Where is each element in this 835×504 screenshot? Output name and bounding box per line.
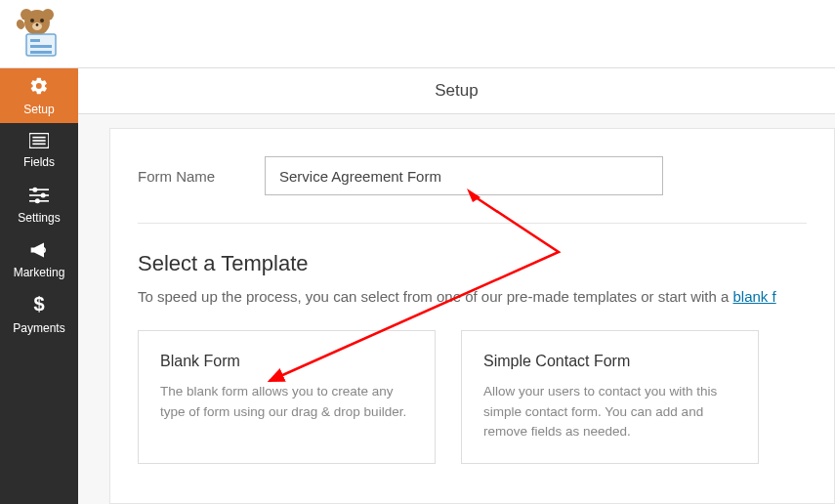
svg-point-3 [30, 19, 34, 22]
list-icon [29, 133, 49, 151]
app-logo [12, 5, 65, 59]
svg-rect-13 [32, 136, 45, 138]
template-desc: The blank form allows you to create any … [160, 382, 413, 422]
svg-text:$: $ [33, 295, 44, 315]
template-section-title: Select a Template [138, 251, 807, 276]
svg-rect-10 [30, 45, 52, 48]
tab-header: Setup [78, 68, 835, 114]
sidebar-item-label: Payments [13, 321, 64, 335]
sidebar-item-marketing[interactable]: Marketing [0, 232, 78, 287]
gear-icon [29, 76, 49, 99]
dollar-icon: $ [32, 295, 46, 317]
svg-point-21 [35, 198, 40, 203]
svg-rect-9 [30, 39, 40, 42]
svg-point-4 [40, 19, 44, 22]
template-title: Simple Contact Form [483, 353, 736, 370]
svg-rect-16 [29, 189, 49, 190]
sidebar-item-fields[interactable]: Fields [0, 123, 78, 178]
form-name-label: Form Name [138, 168, 235, 185]
svg-point-20 [41, 192, 46, 197]
templates-row: Blank Form The blank form allows you to … [138, 330, 807, 464]
template-card-simple-contact[interactable]: Simple Contact Form Allow your users to … [461, 330, 759, 464]
sidebar-item-label: Fields [23, 155, 55, 169]
template-title: Blank Form [160, 353, 413, 370]
sidebar-item-payments[interactable]: $ Payments [0, 287, 78, 342]
sidebar-item-settings[interactable]: Settings [0, 178, 78, 232]
form-name-row: Form Name [138, 156, 807, 224]
template-desc: Allow your users to contact you with thi… [483, 382, 736, 441]
blank-form-link[interactable]: blank f [732, 288, 775, 305]
top-logo-bar [0, 0, 835, 68]
svg-point-6 [36, 23, 39, 26]
template-card-blank[interactable]: Blank Form The blank form allows you to … [138, 330, 436, 464]
svg-rect-14 [32, 140, 45, 142]
tab-title: Setup [435, 81, 478, 101]
svg-point-19 [32, 187, 37, 191]
content-panel: Form Name Select a Template To speed up … [109, 128, 835, 504]
template-desc-text: To speed up the process, you can select … [138, 288, 732, 305]
megaphone-icon [29, 241, 49, 262]
svg-rect-11 [30, 51, 52, 54]
form-name-input[interactable] [265, 156, 663, 195]
svg-rect-17 [29, 194, 49, 196]
sliders-icon [29, 187, 49, 207]
sidebar-item-label: Marketing [14, 266, 65, 279]
sidebar: Setup Fields Settings Marketing $ Paymen… [0, 68, 78, 504]
svg-rect-15 [32, 143, 45, 145]
main-area: Setup Form Name Select a Template To spe… [78, 68, 835, 504]
template-section-desc: To speed up the process, you can select … [138, 288, 807, 305]
sidebar-item-label: Setup [23, 103, 54, 116]
sidebar-item-setup[interactable]: Setup [0, 68, 78, 123]
svg-point-7 [16, 19, 26, 30]
sidebar-item-label: Settings [18, 211, 60, 225]
